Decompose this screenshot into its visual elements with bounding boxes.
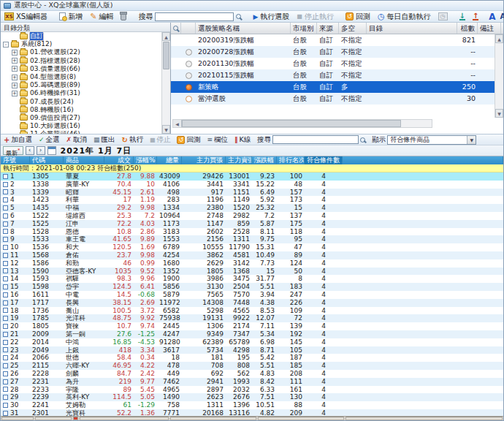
row-checkbox[interactable] [3, 284, 8, 289]
tree-item[interactable]: 10.大師選股(16) [1, 122, 161, 130]
table-row[interactable]: 19 1785 光洋科 48.75 9.92 75938 19131 9922 … [1, 314, 503, 322]
col-range-pct[interactable]: 漲跌幅 [252, 156, 277, 164]
expand-toggle-icon[interactable]: + [12, 58, 18, 64]
tree-item[interactable]: 09.價值投資(27) [1, 114, 161, 122]
daily-auto-run-button[interactable]: ◷ 每日自動執行 [376, 12, 432, 22]
row-checkbox[interactable] [3, 403, 8, 408]
row-checkbox[interactable] [3, 411, 8, 416]
row-checkbox[interactable] [3, 245, 8, 250]
row-checkbox[interactable] [3, 174, 8, 179]
strategy-row[interactable]: 20200728漲跌幅 台股 自訂 不指定 -- [171, 46, 503, 58]
auto-run-disabled-button[interactable]: ◷ [437, 12, 449, 20]
row-checkbox[interactable] [3, 221, 8, 227]
tree-item[interactable]: 07.成長股(24) [1, 98, 161, 106]
row-checkbox[interactable] [3, 316, 8, 321]
scroll-thumb[interactable] [182, 120, 401, 127]
edit-button[interactable]: ✎ 編輯 [88, 12, 115, 22]
table-row[interactable]: 26 2228 劍麟 84.7 2.42 449 692 562 4.83 20… [1, 370, 503, 378]
header-magnifier-icon[interactable] [171, 23, 181, 34]
run-selection-button[interactable]: ▶ 執行選股 [251, 12, 291, 22]
columns-button[interactable]: ≡欄位 [207, 135, 228, 145]
row-checkbox[interactable] [3, 189, 8, 194]
col-price[interactable]: 成交 [104, 156, 134, 164]
table-row[interactable]: 14 1593 祺驊 98.3 9.96 1900 3986 3475 31.7… [1, 275, 503, 283]
table-row[interactable]: 13 1590 亞德客-KY 1035 9.52 1352 1805 1368 … [1, 268, 503, 276]
table-row[interactable]: 18 1736 喬山 100.5 3.72 6582 5298 4565 8.5… [1, 307, 503, 315]
table-row[interactable]: 5 1435 中福 29.2 9.98 1334 2380 1520 25.32… [1, 204, 503, 212]
search-icon[interactable] [236, 14, 241, 19]
col-strategy-name[interactable]: 選股策略名稱 [196, 23, 291, 34]
col-main-sell[interactable]: 主力賣張 [226, 156, 252, 164]
table-row[interactable]: 7 1525 江申 72.2 4.03 1173 1147 859 5.87 1… [1, 220, 503, 228]
tree-item[interactable]: + 02.指標選股(28) [1, 57, 161, 65]
row-checkbox[interactable] [3, 261, 8, 266]
table-row[interactable]: 16 1611 中電 14.5 -0.68 5879 7565 7570 3.9… [1, 291, 503, 299]
latest-button[interactable]: 最新* [3, 146, 23, 155]
col-name[interactable]: 商品 [64, 156, 104, 164]
table-row[interactable]: 12 1586 和勤 46 0.99 1680 2629 3142 7.73 1… [1, 259, 503, 268]
col-seq[interactable]: 序號 [1, 156, 30, 164]
row-checkbox[interactable] [3, 292, 8, 297]
row-checkbox[interactable] [3, 308, 8, 313]
tree-item[interactable]: + 04.型態選股(8) [1, 73, 161, 81]
row-checkbox[interactable] [3, 182, 8, 187]
col-note[interactable]: 備註 [478, 23, 501, 34]
row-checkbox[interactable] [3, 268, 8, 273]
row-checkbox[interactable] [3, 340, 8, 345]
import-button[interactable]: ↓ [458, 12, 467, 20]
scroll-up-arrow[interactable]: ▲ [495, 34, 503, 43]
table-row[interactable]: 2 1338 廣華-KY 70.4 10 4106 3441 3341 15.2… [1, 181, 503, 189]
strategy-radio[interactable] [186, 72, 192, 79]
strategy-row[interactable]: 20210115漲跌幅 台股 自訂 不指定 -- [171, 69, 503, 81]
table-row[interactable]: 20 1805 寶徠 10.7 9.74 2445 1306 2174 7.11… [1, 322, 503, 330]
run-button[interactable]: ↻執行 [122, 135, 143, 145]
tree-item[interactable]: + 06.時機操作(31) [1, 89, 161, 97]
col-rank[interactable]: 排行名次 [277, 156, 305, 164]
col-change-pct[interactable]: 漲幅% [134, 156, 157, 164]
strategy-scrollbar-vertical[interactable]: ▲ ▼ [495, 34, 503, 118]
row-checkbox[interactable] [3, 395, 8, 400]
row-checkbox[interactable] [3, 205, 8, 210]
expand-toggle-icon[interactable]: + [12, 50, 18, 56]
tree-item[interactable]: + 05.籌碼選股(89) [1, 81, 161, 89]
cancel-button[interactable]: ✗取消 [66, 135, 87, 145]
row-checkbox[interactable] [3, 213, 8, 219]
tree-item[interactable]: 08.轉機股(16) [1, 106, 161, 114]
table-row[interactable]: 27 2231 為升 219 9.77 7462 2941 1993 8.42 … [1, 378, 503, 386]
table-row[interactable]: 8 1528 恩德 10.8 2.86 3183 2602 2528 8.11 … [1, 228, 503, 236]
col-side[interactable]: 多空 [339, 23, 367, 34]
search-icon[interactable] [360, 137, 365, 143]
chevron-down-icon[interactable]: ▼ [467, 136, 476, 144]
table-row[interactable]: 17 1717 長興 38.15 2.69 11972 14308 7448 4… [1, 299, 503, 307]
expand-toggle-icon[interactable]: + [12, 83, 18, 88]
table-row[interactable]: 31 2301 光寶科 52.2 1.36 7771 20168 13116 4… [1, 409, 503, 416]
font-large-button[interactable]: A [489, 12, 495, 22]
table-row[interactable]: 3 1339 昭輝 45.15 2.61 498 917 1151 6.49 1… [1, 189, 503, 197]
backtest-button-2[interactable]: ↺回測 [177, 135, 200, 145]
table-row[interactable]: 28 2233 宇隆 89 5.45 4965 2897 2032 6.33 1… [1, 386, 503, 394]
export-results-button[interactable]: ▦匯出 [93, 135, 115, 145]
strategy-radio[interactable] [186, 61, 192, 67]
backtest-button[interactable]: ↺ 回測 [344, 12, 372, 22]
next-day-button[interactable]: › [37, 146, 45, 155]
row-checkbox[interactable] [3, 300, 8, 306]
col-volume[interactable]: 總量 [157, 156, 182, 164]
col-directory[interactable]: 目錄 [367, 23, 457, 34]
expand-toggle-icon[interactable]: + [12, 66, 18, 72]
kline-button[interactable]: ‖K線 [234, 135, 251, 145]
row-checkbox[interactable] [3, 229, 8, 234]
prev-day-button[interactable]: ‹ [26, 146, 34, 155]
table-row[interactable]: 11 1568 倉佑 23.7 9.98 4254 3862 4581 10.4… [1, 251, 503, 259]
row-checkbox[interactable] [3, 253, 8, 258]
col-code[interactable]: 代碼 [30, 156, 64, 164]
table-row[interactable]: 10 1536 和大 120.5 1.69 6789 10555 11790 1… [1, 243, 503, 251]
row-checkbox[interactable] [3, 276, 8, 281]
strategy-row[interactable]: 20200319漲跌幅 台股 自訂 不指定 821 [171, 34, 503, 46]
calendar-icon[interactable] [47, 146, 56, 155]
stop-execution-button[interactable]: ■ 停止執行 [295, 12, 335, 22]
row-checkbox[interactable] [3, 355, 8, 360]
table-row[interactable]: 6 1522 堤維西 25.3 7.2 10964 2748 2982 7.2 … [1, 212, 503, 220]
strategy-row[interactable]: 新策略 台股 自訂 多 250 [171, 81, 503, 93]
tree-item[interactable]: - 系統(812) [1, 40, 161, 48]
tree-item[interactable]: + 01.營收選股(22) [1, 48, 161, 56]
